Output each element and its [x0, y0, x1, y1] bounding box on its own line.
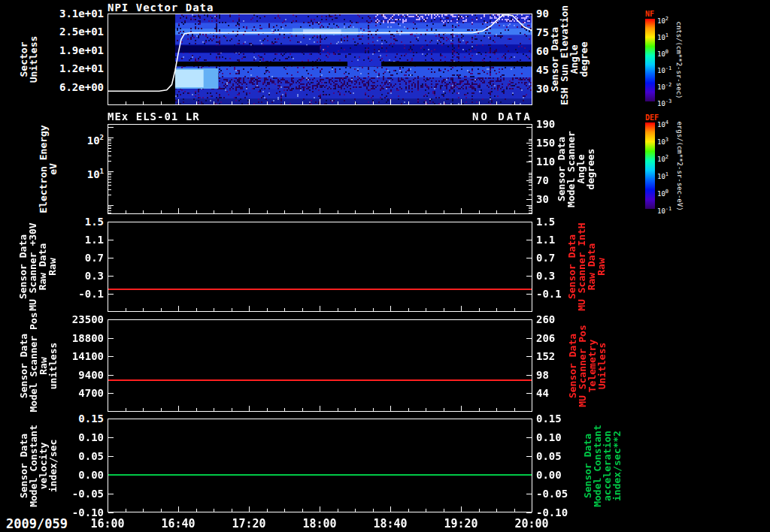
x-minor-tickmark	[444, 101, 444, 104]
y2-tick-label: 0.7	[536, 252, 555, 263]
y-minor-tickmark	[108, 148, 111, 149]
x-minor-tickmark	[267, 509, 268, 512]
x-tick-label: 16:40	[156, 517, 201, 530]
x-minor-tickmark	[426, 308, 426, 311]
x-tick-label: 17:20	[226, 517, 271, 530]
x-minor-tickmark	[143, 509, 144, 512]
panel-title-npi-vector-data: NPI Vector Data	[108, 2, 214, 14]
y-minor-tickmark	[529, 173, 532, 174]
y-minor-tickmark	[108, 156, 111, 156]
x-tickmark	[108, 406, 108, 411]
y-tickmark	[108, 138, 114, 138]
x-minor-tickmark	[373, 509, 374, 512]
y2-tick-label: 110	[536, 156, 555, 167]
y2-tickmark	[526, 124, 532, 125]
x-tickmark	[461, 208, 462, 213]
y-minor-tickmark	[529, 148, 532, 149]
x-minor-tickmark	[196, 101, 197, 104]
colorbar-tick-label: 10-3	[657, 98, 671, 107]
y2-tickmark	[526, 512, 532, 513]
colorbar-tick-label: 101	[657, 171, 668, 180]
x-tickmark	[249, 208, 250, 213]
y-tickmark	[108, 375, 114, 376]
y-minor-tickmark	[108, 173, 111, 174]
x-minor-tickmark	[373, 101, 374, 104]
y2-tick-label: 1.1	[536, 234, 555, 245]
x-tickmark	[461, 406, 462, 411]
y-minor-tickmark	[529, 195, 532, 195]
x-tickmark	[390, 506, 391, 512]
x-minor-tickmark	[479, 408, 480, 411]
y-tickmark	[108, 222, 114, 222]
x-tickmark	[178, 306, 179, 311]
x-minor-tickmark	[514, 408, 515, 411]
panel-title-mex-els-01-lr: MEx ELS-01 LR	[108, 110, 200, 122]
x-minor-tickmark	[426, 509, 426, 512]
x-minor-tickmark	[143, 408, 144, 411]
x-minor-tickmark	[514, 509, 515, 512]
x-minor-tickmark	[355, 408, 356, 411]
colorbar-tick-label: 100	[657, 188, 668, 198]
x-minor-tickmark	[214, 308, 214, 311]
x-minor-tickmark	[338, 408, 338, 411]
x-minor-tickmark	[408, 210, 409, 213]
colorbar-tick-label: 101	[657, 32, 668, 41]
y-tick-label: 2.5e+01	[39, 26, 104, 37]
y-minor-tickmark	[529, 141, 532, 141]
y-minor-tickmark	[108, 143, 111, 144]
x-tick-label: 18:40	[368, 517, 413, 530]
x-minor-tickmark	[161, 408, 162, 411]
panel-model-scanner-pos	[108, 319, 532, 412]
x-tickmark	[320, 506, 320, 512]
colorbar-tick-label: 100	[657, 48, 668, 58]
y2-tickmark	[526, 356, 532, 357]
y2-tickmark	[526, 494, 532, 494]
x-tickmark	[108, 99, 108, 104]
panel-mu-scanner-plus30v	[108, 222, 532, 312]
colorbar-def	[645, 122, 655, 209]
colorbar-title-nf: NF	[645, 10, 654, 18]
x-minor-tickmark	[514, 101, 515, 104]
x-minor-tickmark	[514, 210, 515, 213]
science-plot-figure: 2009/059 NPI Vector Data3.1e+012.5e+011.…	[0, 0, 770, 532]
y-tickmark	[108, 240, 114, 240]
y-minor-tickmark	[108, 139, 111, 140]
colorbar-tick-label: 102	[657, 153, 668, 163]
x-tickmark	[532, 406, 532, 411]
x-minor-tickmark	[338, 509, 338, 512]
x-minor-tickmark	[284, 210, 285, 213]
x-minor-tickmark	[196, 210, 197, 213]
x-minor-tickmark	[232, 509, 232, 512]
x-minor-tickmark	[444, 509, 444, 512]
data-line-model-constant-velocity	[108, 474, 532, 476]
x-minor-tickmark	[355, 210, 356, 213]
x-tickmark	[320, 306, 320, 311]
y-minor-tickmark	[108, 213, 111, 213]
y2-tick-label: 44	[536, 388, 549, 398]
y2-tickmark	[526, 258, 532, 258]
y-minor-tickmark	[108, 177, 111, 177]
x-minor-tickmark	[444, 210, 444, 213]
x-minor-tickmark	[496, 101, 497, 104]
x-tick-label: 20:00	[509, 517, 554, 530]
x-minor-tickmark	[267, 101, 268, 104]
x-minor-tickmark	[267, 210, 268, 213]
y2-tickmark	[526, 240, 532, 240]
x-minor-tickmark	[408, 509, 409, 512]
x-minor-tickmark	[479, 308, 480, 311]
y2-tick-label: -0.05	[536, 488, 568, 499]
y2-tickmark	[526, 162, 532, 162]
x-minor-tickmark	[232, 101, 232, 104]
colorbar-tick-label: 103	[657, 136, 668, 146]
y2-tickmark	[526, 199, 532, 200]
x-tickmark	[461, 306, 462, 311]
x-minor-tickmark	[161, 509, 162, 512]
y-tickmark	[526, 205, 532, 206]
x-tickmark	[178, 99, 179, 104]
y2-tickmark	[526, 276, 532, 277]
y-tickmark	[108, 319, 114, 320]
x-tickmark	[390, 306, 391, 311]
y-axis-label-npi-vector-data: Sector Unitless	[19, 14, 38, 105]
x-minor-tickmark	[338, 101, 338, 104]
x-tickmark	[320, 208, 320, 213]
